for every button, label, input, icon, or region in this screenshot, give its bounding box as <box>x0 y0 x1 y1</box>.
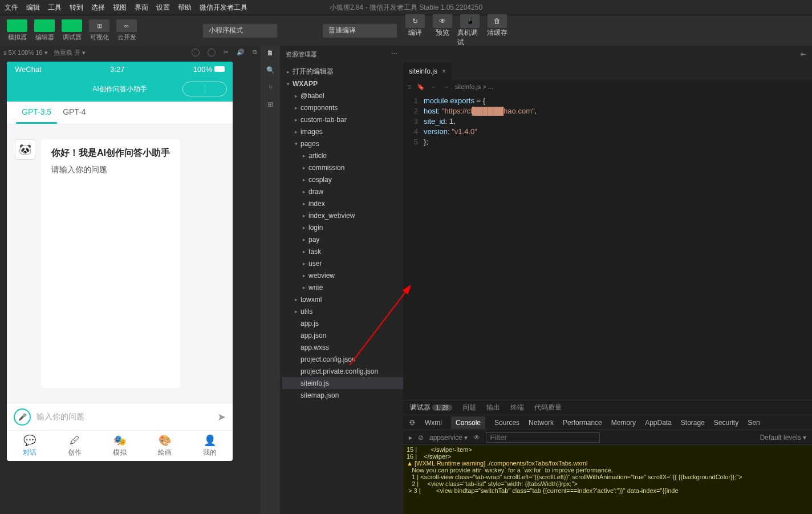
menu-ui[interactable]: 界面 <box>135 3 148 13</box>
tab-chat[interactable]: 💬对话 <box>7 431 52 461</box>
compare-icon[interactable]: ≡ <box>408 83 411 91</box>
capsule-button[interactable] <box>182 82 227 96</box>
record-icon[interactable] <box>208 48 216 56</box>
compile-dropdown[interactable]: 普通编译 <box>323 24 397 38</box>
search-tab-icon[interactable]: 🔍 <box>266 66 275 74</box>
tree-item[interactable]: ▾pages <box>282 137 403 149</box>
collapse-icon[interactable]: ⇤ <box>801 50 806 58</box>
devtab-performance[interactable]: Performance <box>563 419 602 427</box>
tree-item[interactable]: ▸login <box>282 221 403 233</box>
cut-icon[interactable]: ✂ <box>224 48 229 56</box>
devtab-sen[interactable]: Sen <box>748 419 760 427</box>
back-icon[interactable]: ← <box>431 83 437 91</box>
open-editors-section[interactable]: ▸打开的编辑器 <box>282 66 403 78</box>
tree-item[interactable]: ▸towxml <box>282 293 403 305</box>
block-icon[interactable]: ⊘ <box>418 434 424 442</box>
explorer-tab-icon[interactable]: 🗎 <box>267 49 274 57</box>
devtab-memory[interactable]: Memory <box>611 419 636 427</box>
close-tab-icon[interactable]: × <box>442 67 446 75</box>
mic-button[interactable]: 🎤 <box>14 408 31 426</box>
tree-item[interactable]: app.wxss <box>282 341 403 353</box>
devtab-storage[interactable]: Storage <box>681 419 705 427</box>
visual-button[interactable]: ⊞可视化 <box>87 18 112 43</box>
tab-gpt4[interactable]: GPT-4 <box>57 102 91 124</box>
tree-item[interactable]: ▸components <box>282 102 403 114</box>
bookmark-icon[interactable]: 🔖 <box>417 83 425 91</box>
tree-item[interactable]: ▸index <box>282 197 403 209</box>
editor-button[interactable]: 编辑器 <box>32 18 57 43</box>
debugger-button[interactable]: 调试器 <box>59 18 84 43</box>
tree-item[interactable]: ▸write <box>282 281 403 293</box>
tree-item[interactable]: app.json <box>282 329 403 341</box>
tree-item[interactable]: ▸pay <box>282 233 403 245</box>
tree-item[interactable]: sitemap.json <box>282 389 403 401</box>
devtab-wxml[interactable]: Wxml <box>425 419 442 427</box>
forward-icon[interactable]: → <box>442 83 449 91</box>
menu-view[interactable]: 视图 <box>113 3 127 13</box>
menu-tool[interactable]: 工具 <box>48 3 62 13</box>
device-dropdown[interactable]: s 5X 100% 16 ▾ <box>3 49 48 56</box>
tree-item[interactable]: ▸utils <box>282 305 403 317</box>
tab-draw[interactable]: 🎨绘画 <box>143 431 188 461</box>
chat-input[interactable]: 输入你的问题 <box>36 412 212 422</box>
home-icon[interactable] <box>192 48 200 56</box>
preview-action[interactable]: 👁 <box>433 14 452 28</box>
inspect-icon[interactable]: ⯐ <box>409 419 416 427</box>
devtab-appdata[interactable]: AppData <box>645 419 672 427</box>
menu-wechat-devtools[interactable]: 微信开发者工具 <box>200 3 247 13</box>
quality-tab[interactable]: 代码质量 <box>534 403 562 412</box>
tree-item[interactable]: siteinfo.js <box>282 377 403 389</box>
remote-debug-action[interactable]: 📱 <box>460 14 480 28</box>
editor-tab-siteinfo[interactable]: siteinfo.js× <box>403 63 452 80</box>
tree-item[interactable]: ▸article <box>282 149 403 161</box>
tree-item[interactable]: ▸task <box>282 245 403 257</box>
project-root[interactable]: ▾WXAPP <box>282 78 403 90</box>
devtab-sources[interactable]: Sources <box>494 419 519 427</box>
tree-item[interactable]: ▸cosplay <box>282 173 403 185</box>
tab-create[interactable]: 🖊创作 <box>52 431 97 461</box>
menu-help[interactable]: 帮助 <box>178 3 192 13</box>
cloud-button[interactable]: ∞云开发 <box>114 18 139 43</box>
compile-action[interactable]: ↻ <box>405 14 425 28</box>
tree-item[interactable]: project.private.config.json <box>282 365 403 377</box>
tab-roleplay[interactable]: 🎭模拟 <box>97 431 142 461</box>
hot-reload-dropdown[interactable]: 热重载 开 ▾ <box>54 48 86 57</box>
more-icon[interactable]: ⋯ <box>391 50 397 59</box>
tree-item[interactable]: ▸images <box>282 126 403 137</box>
tab-gpt35[interactable]: GPT-3.5 <box>16 102 57 124</box>
volume-icon[interactable]: 🔊 <box>237 48 245 56</box>
mode-dropdown[interactable]: 小程序模式 <box>203 24 277 38</box>
tree-item[interactable]: ▸webview <box>282 269 403 281</box>
extensions-tab-icon[interactable]: ⊞ <box>267 100 273 108</box>
problems-tab[interactable]: 问题 <box>462 403 476 412</box>
console-output[interactable]: 15 | </swiper-item>16 | </swiper>▲ [WXML… <box>403 445 812 514</box>
tree-item[interactable]: app.js <box>282 317 403 329</box>
tree-item[interactable]: ▸commission <box>282 161 403 173</box>
levels-dropdown[interactable]: Default levels ▾ <box>760 434 806 442</box>
devtab-security[interactable]: Security <box>714 419 738 427</box>
output-tab[interactable]: 输出 <box>486 403 500 412</box>
breadcrumb[interactable]: siteinfo.js > ... <box>454 83 493 90</box>
debugger-tab[interactable]: 调试器 1, 28 <box>410 403 452 412</box>
menu-settings[interactable]: 设置 <box>156 3 170 13</box>
menu-select[interactable]: 选择 <box>91 3 105 13</box>
tree-item[interactable]: ▸draw <box>282 185 403 197</box>
tree-item[interactable]: ▸custom-tab-bar <box>282 114 403 126</box>
tab-me[interactable]: 👤我的 <box>188 431 233 461</box>
tree-item[interactable]: ▸user <box>282 257 403 269</box>
tree-item[interactable]: project.config.json <box>282 353 403 365</box>
code-editor[interactable]: 1module.exports = {2 host: "https://cl██… <box>403 94 812 400</box>
devtab-console[interactable]: Console <box>451 416 485 429</box>
simulator-button[interactable]: 模拟器 <box>5 18 30 43</box>
play-icon[interactable]: ▸ <box>409 434 412 442</box>
tree-item[interactable]: ▸@babel <box>282 90 403 102</box>
send-button[interactable]: ➤ <box>217 411 226 423</box>
menu-edit[interactable]: 编辑 <box>26 3 40 13</box>
menu-file[interactable]: 文件 <box>5 3 18 13</box>
tree-item[interactable]: ▸index_webview <box>282 209 403 221</box>
filter-input[interactable] <box>486 432 600 443</box>
service-dropdown[interactable]: appservice ▾ <box>429 434 468 442</box>
menu-goto[interactable]: 转到 <box>70 3 83 13</box>
clear-cache-action[interactable]: 🗑 <box>488 14 507 28</box>
branch-tab-icon[interactable]: ⑂ <box>269 83 273 91</box>
